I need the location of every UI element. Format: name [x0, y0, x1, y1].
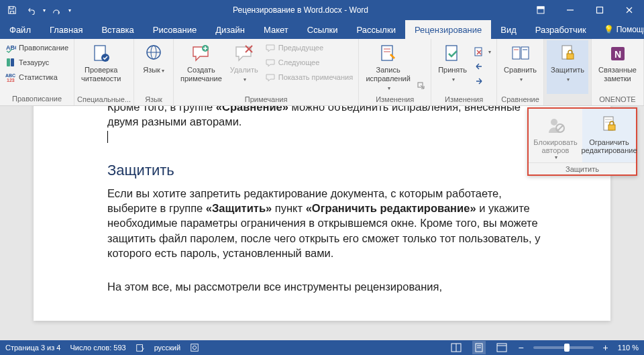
- compare-icon: [510, 43, 531, 64]
- svg-rect-43: [191, 344, 199, 352]
- protect-button[interactable]: Защитить▾: [547, 40, 588, 94]
- prev-change-icon: [474, 61, 484, 72]
- group-onenote-caption: ONENOTE: [594, 94, 641, 104]
- tab-developer[interactable]: Разработчик: [526, 20, 596, 39]
- show-comments-button[interactable]: Показать примечания: [262, 70, 356, 85]
- zoom-slider[interactable]: [533, 346, 594, 349]
- chevron-down-icon: ▾: [452, 77, 455, 83]
- next-comment-button[interactable]: Следующее: [262, 55, 356, 70]
- group-accessibility-caption: Специальные...: [77, 94, 131, 104]
- protect-icon: [557, 43, 578, 64]
- svg-point-35: [551, 119, 557, 125]
- tab-review[interactable]: Рецензирование: [405, 20, 491, 39]
- zoom-slider-thumb[interactable]: [564, 344, 570, 352]
- tab-file[interactable]: Файл: [0, 20, 40, 39]
- spelling-button[interactable]: ABC Правописание: [3, 40, 71, 55]
- text-cursor: [107, 131, 108, 143]
- tab-view[interactable]: Вид: [491, 20, 526, 39]
- tab-insert[interactable]: Вставка: [92, 20, 143, 39]
- paragraph[interactable]: Если вы хотите запретить редактирование …: [107, 186, 550, 260]
- thesaurus-button[interactable]: Тезаурус: [3, 55, 71, 70]
- document-page[interactable]: Кроме того, в группе «Сравнение» можно о…: [34, 106, 610, 321]
- reject-button[interactable]: ▾: [471, 44, 494, 59]
- previous-icon: [265, 42, 276, 53]
- thesaurus-icon: [5, 57, 16, 68]
- save-button[interactable]: [4, 2, 20, 18]
- restrict-editing-icon: [598, 114, 620, 136]
- language-status[interactable]: русский: [154, 344, 180, 352]
- new-comment-button[interactable]: Создать примечание: [176, 40, 226, 94]
- close-button[interactable]: [614, 0, 644, 20]
- spell-check-status[interactable]: [136, 343, 145, 352]
- statistics-button[interactable]: ABC123 Статистика: [3, 70, 71, 85]
- group-tracking-caption: Изменения: [362, 94, 428, 104]
- spelling-icon: ABC: [5, 42, 16, 53]
- group-comments: Создать примечание Удалить▾ Предыдущее С…: [174, 39, 359, 105]
- tab-design[interactable]: Дизайн: [206, 20, 254, 39]
- spelling-label: Правописание: [19, 44, 68, 52]
- group-language-caption: Язык: [137, 94, 170, 104]
- paragraph[interactable]: На этом все, мы рассмотрели все инструме…: [107, 279, 550, 294]
- lightbulb-icon: 💡: [604, 25, 614, 34]
- undo-button[interactable]: [23, 2, 39, 18]
- zoom-out-button[interactable]: −: [518, 342, 523, 353]
- tab-layout[interactable]: Макет: [254, 20, 298, 39]
- maximize-button[interactable]: [585, 0, 614, 20]
- dialog-launcher-icon[interactable]: [416, 81, 427, 91]
- prev-change-button[interactable]: [471, 59, 494, 74]
- delete-comment-button[interactable]: Удалить▾: [226, 40, 262, 94]
- restrict-editing-button[interactable]: Ограничить редактирование: [582, 109, 636, 162]
- redo-button[interactable]: [48, 2, 64, 18]
- window-controls: [526, 0, 644, 20]
- ribbon: ABC Правописание Тезаурус ABC123 Статист…: [0, 39, 644, 106]
- track-changes-label: Запись исправлений: [366, 66, 410, 83]
- svg-rect-32: [567, 54, 574, 59]
- group-tracking: Запись исправлений▾ Изменения: [359, 39, 431, 105]
- accept-button[interactable]: Принять▾: [434, 40, 471, 94]
- next-change-button[interactable]: [471, 74, 494, 89]
- svg-line-37: [557, 125, 563, 131]
- previous-comment-button[interactable]: Предыдущее: [262, 40, 356, 55]
- zoom-level[interactable]: 110 %: [618, 344, 639, 352]
- chevron-down-icon: ▾: [244, 77, 246, 83]
- web-layout-button[interactable]: [495, 341, 508, 354]
- tell-me[interactable]: 💡 Помощн...: [596, 20, 644, 39]
- tab-home[interactable]: Главная: [40, 20, 92, 39]
- undo-dropdown-icon[interactable]: ▾: [43, 7, 46, 13]
- paragraph[interactable]: Кроме того, в группе «Сравнение» можно о…: [107, 106, 550, 130]
- group-onenote: N Связанные заметки ONENOTE: [592, 39, 644, 105]
- svg-rect-8: [11, 58, 14, 66]
- readability-button[interactable]: Проверка читаемости: [77, 40, 125, 94]
- compare-button[interactable]: Сравнить▾: [500, 40, 541, 94]
- block-authors-label: Блокировать авторов: [533, 138, 577, 154]
- group-changes: Принять▾ ▾ Изменения: [431, 39, 497, 105]
- compare-label: Сравнить: [504, 66, 537, 74]
- page-number-status[interactable]: Страница 3 из 4: [5, 344, 60, 352]
- qat-customize-icon[interactable]: ▾: [68, 7, 71, 13]
- print-layout-button[interactable]: [472, 341, 486, 354]
- track-changes-button[interactable]: Запись исправлений▾: [362, 40, 415, 94]
- tab-mailings[interactable]: Рассылки: [347, 20, 405, 39]
- chevron-down-icon: ▾: [488, 49, 491, 55]
- group-language: Язык▾ Язык: [134, 39, 174, 105]
- read-mode-button[interactable]: [449, 341, 463, 354]
- group-changes-caption: Изменения: [434, 94, 494, 104]
- macro-status[interactable]: [190, 343, 199, 352]
- linked-notes-button[interactable]: N Связанные заметки: [594, 40, 641, 94]
- chevron-down-icon: ▾: [162, 68, 164, 74]
- group-protect: Защитить▾: [544, 39, 592, 105]
- tab-references[interactable]: Ссылки: [298, 20, 347, 39]
- group-proofing: ABC Правописание Тезаурус ABC123 Статист…: [0, 39, 74, 105]
- word-count-status[interactable]: Число слов: 593: [70, 344, 125, 352]
- svg-rect-7: [7, 58, 10, 66]
- svg-rect-1: [537, 7, 544, 9]
- heading[interactable]: Защитить: [107, 162, 550, 179]
- ribbon-display-options[interactable]: [526, 0, 555, 20]
- language-icon: [143, 43, 164, 64]
- tab-draw[interactable]: Рисование: [144, 20, 206, 39]
- quick-access-toolbar: ▾ ▾: [0, 2, 75, 18]
- block-authors-button[interactable]: Блокировать авторов ▾: [529, 109, 582, 162]
- minimize-button[interactable]: [555, 0, 585, 20]
- zoom-in-button[interactable]: +: [603, 342, 608, 353]
- language-button[interactable]: Язык▾: [137, 40, 170, 94]
